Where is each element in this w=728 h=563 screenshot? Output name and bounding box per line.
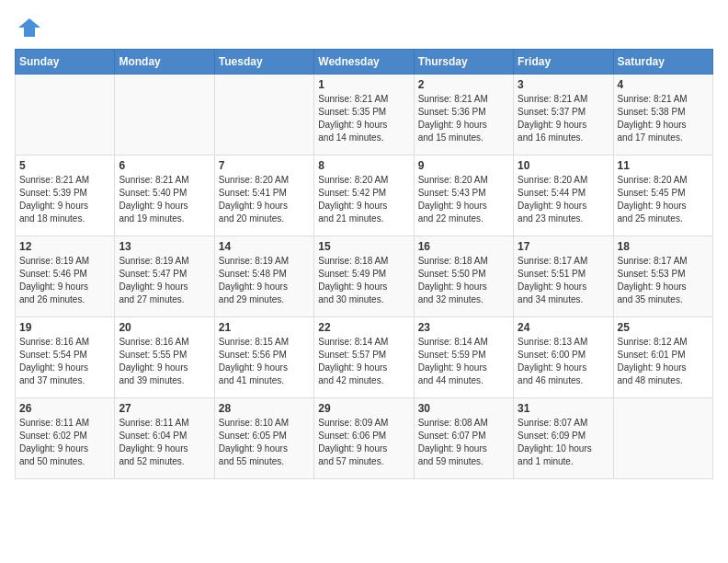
day-info: Sunrise: 8:16 AM Sunset: 5:54 PM Dayligh…	[19, 336, 110, 387]
day-info: Sunrise: 8:17 AM Sunset: 5:53 PM Dayligh…	[618, 255, 709, 306]
day-number: 20	[119, 321, 210, 334]
calendar-cell: 8Sunrise: 8:20 AM Sunset: 5:42 PM Daylig…	[314, 155, 414, 236]
weekday-header-friday: Friday	[514, 49, 613, 74]
calendar-cell: 17Sunrise: 8:17 AM Sunset: 5:51 PM Dayli…	[514, 236, 613, 316]
day-info: Sunrise: 8:08 AM Sunset: 6:07 PM Dayligh…	[418, 417, 509, 468]
day-number: 3	[518, 78, 609, 91]
day-number: 7	[219, 159, 310, 172]
calendar-cell: 27Sunrise: 8:11 AM Sunset: 6:04 PM Dayli…	[115, 397, 214, 478]
weekday-header-thursday: Thursday	[414, 49, 513, 74]
week-row-3: 12Sunrise: 8:19 AM Sunset: 5:46 PM Dayli…	[16, 236, 713, 316]
calendar-cell: 31Sunrise: 8:07 AM Sunset: 6:09 PM Dayli…	[514, 397, 613, 478]
calendar-cell: 3Sunrise: 8:21 AM Sunset: 5:37 PM Daylig…	[514, 74, 613, 155]
day-number: 14	[219, 240, 310, 253]
weekday-header-saturday: Saturday	[613, 49, 712, 74]
calendar-cell: 1Sunrise: 8:21 AM Sunset: 5:35 PM Daylig…	[314, 74, 414, 155]
day-number: 2	[418, 78, 509, 91]
day-number: 31	[518, 402, 609, 415]
calendar-cell: 16Sunrise: 8:18 AM Sunset: 5:50 PM Dayli…	[414, 236, 513, 316]
day-number: 25	[618, 321, 709, 334]
day-number: 9	[418, 159, 509, 172]
calendar-cell: 6Sunrise: 8:21 AM Sunset: 5:40 PM Daylig…	[115, 155, 214, 236]
calendar-cell	[214, 74, 313, 155]
day-info: Sunrise: 8:19 AM Sunset: 5:47 PM Dayligh…	[119, 255, 210, 306]
day-info: Sunrise: 8:14 AM Sunset: 5:59 PM Dayligh…	[418, 336, 509, 387]
calendar-cell: 7Sunrise: 8:20 AM Sunset: 5:41 PM Daylig…	[214, 155, 313, 236]
day-number: 22	[318, 321, 409, 334]
week-row-1: 1Sunrise: 8:21 AM Sunset: 5:35 PM Daylig…	[16, 74, 713, 155]
day-info: Sunrise: 8:09 AM Sunset: 6:06 PM Dayligh…	[318, 417, 409, 468]
day-number: 11	[618, 159, 709, 172]
calendar-cell: 20Sunrise: 8:16 AM Sunset: 5:55 PM Dayli…	[115, 316, 214, 397]
logo-text	[15, 15, 42, 45]
day-number: 18	[618, 240, 709, 253]
day-info: Sunrise: 8:20 AM Sunset: 5:44 PM Dayligh…	[518, 174, 609, 225]
calendar-cell: 26Sunrise: 8:11 AM Sunset: 6:02 PM Dayli…	[16, 397, 115, 478]
day-info: Sunrise: 8:12 AM Sunset: 6:01 PM Dayligh…	[618, 336, 709, 387]
calendar-cell: 10Sunrise: 8:20 AM Sunset: 5:44 PM Dayli…	[514, 155, 613, 236]
calendar-cell	[613, 397, 712, 478]
day-info: Sunrise: 8:17 AM Sunset: 5:51 PM Dayligh…	[518, 255, 609, 306]
day-number: 12	[19, 240, 110, 253]
calendar-cell	[115, 74, 214, 155]
calendar-cell: 11Sunrise: 8:20 AM Sunset: 5:45 PM Dayli…	[613, 155, 712, 236]
calendar-cell: 15Sunrise: 8:18 AM Sunset: 5:49 PM Dayli…	[314, 236, 414, 316]
day-number: 8	[318, 159, 409, 172]
weekday-header-monday: Monday	[115, 49, 214, 74]
day-info: Sunrise: 8:21 AM Sunset: 5:35 PM Dayligh…	[318, 93, 409, 144]
calendar-cell: 25Sunrise: 8:12 AM Sunset: 6:01 PM Dayli…	[613, 316, 712, 397]
day-info: Sunrise: 8:13 AM Sunset: 6:00 PM Dayligh…	[518, 336, 609, 387]
day-number: 16	[418, 240, 509, 253]
calendar-cell: 24Sunrise: 8:13 AM Sunset: 6:00 PM Dayli…	[514, 316, 613, 397]
day-number: 5	[19, 159, 110, 172]
weekday-header-sunday: Sunday	[16, 49, 115, 74]
day-number: 21	[219, 321, 310, 334]
page-header	[15, 15, 713, 41]
day-number: 1	[318, 78, 409, 91]
weekday-header-tuesday: Tuesday	[214, 49, 313, 74]
day-info: Sunrise: 8:14 AM Sunset: 5:57 PM Dayligh…	[318, 336, 409, 387]
calendar-cell: 4Sunrise: 8:21 AM Sunset: 5:38 PM Daylig…	[613, 74, 712, 155]
calendar-cell: 9Sunrise: 8:20 AM Sunset: 5:43 PM Daylig…	[414, 155, 513, 236]
weekday-header-row: SundayMondayTuesdayWednesdayThursdayFrid…	[16, 49, 713, 74]
day-number: 29	[318, 402, 409, 415]
day-info: Sunrise: 8:11 AM Sunset: 6:04 PM Dayligh…	[119, 417, 210, 468]
day-info: Sunrise: 8:21 AM Sunset: 5:40 PM Dayligh…	[119, 174, 210, 225]
day-info: Sunrise: 8:18 AM Sunset: 5:50 PM Dayligh…	[418, 255, 509, 306]
day-info: Sunrise: 8:10 AM Sunset: 6:05 PM Dayligh…	[219, 417, 310, 468]
day-info: Sunrise: 8:07 AM Sunset: 6:09 PM Dayligh…	[518, 417, 609, 468]
week-row-4: 19Sunrise: 8:16 AM Sunset: 5:54 PM Dayli…	[16, 316, 713, 397]
calendar-cell: 5Sunrise: 8:21 AM Sunset: 5:39 PM Daylig…	[16, 155, 115, 236]
calendar-cell: 12Sunrise: 8:19 AM Sunset: 5:46 PM Dayli…	[16, 236, 115, 316]
day-number: 30	[418, 402, 509, 415]
calendar-cell: 29Sunrise: 8:09 AM Sunset: 6:06 PM Dayli…	[314, 397, 414, 478]
day-info: Sunrise: 8:20 AM Sunset: 5:41 PM Dayligh…	[219, 174, 310, 225]
calendar-cell: 28Sunrise: 8:10 AM Sunset: 6:05 PM Dayli…	[214, 397, 313, 478]
day-number: 6	[119, 159, 210, 172]
day-number: 23	[418, 321, 509, 334]
calendar-cell: 21Sunrise: 8:15 AM Sunset: 5:56 PM Dayli…	[214, 316, 313, 397]
day-info: Sunrise: 8:20 AM Sunset: 5:43 PM Dayligh…	[418, 174, 509, 225]
calendar-cell	[16, 74, 115, 155]
day-number: 24	[518, 321, 609, 334]
day-number: 27	[119, 402, 210, 415]
calendar-cell: 19Sunrise: 8:16 AM Sunset: 5:54 PM Dayli…	[16, 316, 115, 397]
week-row-2: 5Sunrise: 8:21 AM Sunset: 5:39 PM Daylig…	[16, 155, 713, 236]
day-number: 4	[618, 78, 709, 91]
day-number: 10	[518, 159, 609, 172]
calendar-table: SundayMondayTuesdayWednesdayThursdayFrid…	[15, 49, 713, 479]
day-number: 26	[19, 402, 110, 415]
day-info: Sunrise: 8:16 AM Sunset: 5:55 PM Dayligh…	[119, 336, 210, 387]
day-info: Sunrise: 8:19 AM Sunset: 5:46 PM Dayligh…	[19, 255, 110, 306]
calendar-cell: 30Sunrise: 8:08 AM Sunset: 6:07 PM Dayli…	[414, 397, 513, 478]
logo	[15, 15, 42, 41]
calendar-cell: 2Sunrise: 8:21 AM Sunset: 5:36 PM Daylig…	[414, 74, 513, 155]
day-number: 19	[19, 321, 110, 334]
weekday-header-wednesday: Wednesday	[314, 49, 414, 74]
calendar-cell: 23Sunrise: 8:14 AM Sunset: 5:59 PM Dayli…	[414, 316, 513, 397]
day-info: Sunrise: 8:15 AM Sunset: 5:56 PM Dayligh…	[219, 336, 310, 387]
day-info: Sunrise: 8:20 AM Sunset: 5:42 PM Dayligh…	[318, 174, 409, 225]
calendar-cell: 14Sunrise: 8:19 AM Sunset: 5:48 PM Dayli…	[214, 236, 313, 316]
calendar-cell: 18Sunrise: 8:17 AM Sunset: 5:53 PM Dayli…	[613, 236, 712, 316]
day-info: Sunrise: 8:21 AM Sunset: 5:38 PM Dayligh…	[618, 93, 709, 144]
